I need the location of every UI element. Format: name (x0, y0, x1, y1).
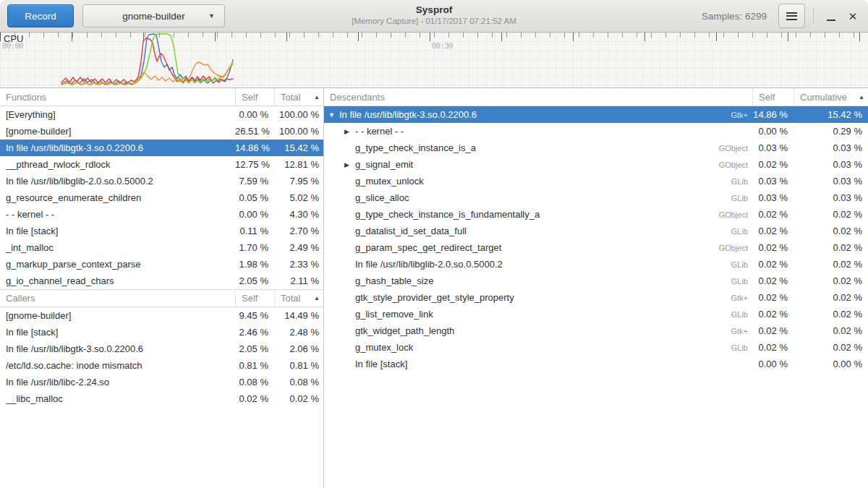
column-header-cumulative[interactable]: Cumulative ▲ (793, 88, 868, 106)
expander-collapsed-icon[interactable]: ▶ (344, 161, 355, 168)
table-row[interactable]: g_type_check_instance_is_aGObject0.03 %0… (324, 140, 868, 156)
minimize-button[interactable] (820, 5, 842, 27)
function-label: [gnome-builder] (6, 310, 71, 321)
table-row[interactable]: ▶g_signal_emitGObject0.02 %0.03 % (324, 156, 868, 173)
cell-self-percent: 0.02 % (752, 226, 793, 236)
table-row[interactable]: In file [stack]2.46 %2.48 % (0, 324, 323, 341)
library-tag: GLib (726, 277, 752, 286)
table-row[interactable]: g_io_channel_read_chars2.05 %2.11 % (0, 273, 323, 289)
cell-self-percent: 0.02 % (752, 325, 793, 336)
cell-function-name: ▶- - kernel - - (324, 126, 752, 137)
table-row[interactable]: g_mutex_unlockGLib0.03 %0.03 % (324, 173, 868, 189)
cell-self-percent: 0.81 % (235, 360, 274, 371)
left-panel: Functions Self Total ▲ [Everything]0.00 … (0, 88, 324, 488)
target-process-dropdown[interactable]: gnome-builder ▼ (82, 4, 225, 27)
library-tag: Gtk+ (725, 294, 752, 302)
sort-ascending-icon: ▲ (859, 94, 864, 100)
column-header-self[interactable]: Self (235, 290, 274, 307)
column-header-self[interactable]: Self (235, 88, 274, 106)
table-row[interactable]: /etc/ld.so.cache: inode mismatch0.81 %0.… (0, 357, 323, 374)
table-row[interactable]: g_slice_allocGLib0.03 %0.03 % (324, 189, 868, 206)
table-row[interactable]: g_resource_enumerate_children0.05 %5.02 … (0, 189, 323, 206)
function-label: g_type_check_instance_is_a (355, 142, 476, 153)
function-label: In file [stack] (355, 359, 407, 369)
table-row[interactable]: [gnome-builder]9.45 %14.49 % (0, 307, 323, 324)
functions-table-header: Functions Self Total ▲ (0, 88, 323, 106)
column-header-functions[interactable]: Functions (0, 88, 235, 106)
record-button[interactable]: Record (7, 4, 74, 27)
table-row[interactable]: gtk_style_provider_get_style_propertyGtk… (324, 289, 868, 306)
cell-function-name: g_mutex_unlockGLib (324, 176, 752, 187)
function-label: gtk_style_provider_get_style_property (355, 292, 514, 303)
sort-ascending-icon: ▲ (314, 295, 320, 301)
table-row[interactable]: g_list_remove_linkGLib0.02 %0.02 % (324, 306, 868, 322)
table-row[interactable]: gtk_widget_path_lengthGtk+0.02 %0.02 % (324, 322, 868, 339)
cell-function-name: [gnome-builder] (0, 126, 235, 137)
library-tag: GLib (726, 194, 752, 202)
cell-self-percent: 0.05 % (235, 192, 274, 203)
cell-function-name: __pthread_rwlock_rdlock (0, 159, 235, 170)
cell-function-name: In file /usr/lib/libgtk-3.so.0.2200.6 (0, 343, 235, 354)
cell-function-name: /etc/ld.so.cache: inode mismatch (0, 360, 235, 371)
library-tag: GLib (726, 177, 752, 186)
table-row[interactable]: [gnome-builder]26.51 %100.00 % (0, 123, 323, 140)
headerbar: Record gnome-builder ▼ Sysprof [Memory C… (0, 0, 868, 33)
column-header-descendants[interactable]: Descendants (324, 88, 752, 106)
cell-cumulative-percent: 0.03 % (793, 159, 868, 170)
column-header-total[interactable]: Total ▲ (274, 290, 323, 307)
table-row[interactable]: g_markup_parse_context_parse1.98 %2.33 % (0, 256, 323, 273)
function-label: g_mutex_lock (355, 342, 413, 353)
column-header-total[interactable]: Total ▲ (274, 88, 323, 106)
table-row[interactable]: [Everything]0.00 %100.00 % (0, 106, 323, 123)
table-row[interactable]: g_hash_table_sizeGLib0.02 %0.02 % (324, 273, 868, 289)
table-row[interactable]: ▼In file /usr/lib/libgtk-3.so.0.2200.6Gt… (324, 106, 868, 123)
cell-total-percent: 2.70 % (274, 226, 323, 236)
table-row[interactable]: In file /usr/lib/libglib-2.0.so.0.5000.2… (324, 256, 868, 273)
column-header-total-label: Total (281, 293, 300, 304)
cell-cumulative-percent: 0.02 % (793, 226, 868, 236)
cell-self-percent: 0.03 % (752, 176, 793, 187)
table-row[interactable]: g_datalist_id_set_data_fullGLib0.02 %0.0… (324, 223, 868, 239)
cell-cumulative-percent: 0.03 % (793, 176, 868, 187)
menu-button[interactable] (778, 4, 805, 28)
cell-total-percent: 12.81 % (274, 159, 323, 170)
cell-function-name: g_io_channel_read_chars (0, 275, 235, 286)
cpu-graph[interactable]: CPU 00:00 00:30 (0, 33, 868, 88)
library-tag: Gtk+ (725, 111, 752, 119)
cell-self-percent: 26.51 % (235, 126, 274, 137)
function-label: In file /usr/lib/libglib-2.0.so.0.5000.2 (6, 176, 153, 187)
table-row[interactable]: In file [stack]0.00 %0.00 % (324, 356, 868, 372)
table-row[interactable]: In file /usr/lib/libc-2.24.so0.08 %0.08 … (0, 374, 323, 390)
table-row[interactable]: In file /usr/lib/libgtk-3.so.0.2200.614.… (0, 140, 323, 156)
cell-cumulative-percent: 0.29 % (793, 126, 868, 137)
close-button[interactable]: ✕ (842, 5, 864, 27)
chevron-down-icon: ▼ (208, 12, 215, 20)
column-header-callers[interactable]: Callers (0, 290, 235, 307)
expander-collapsed-icon[interactable]: ▶ (344, 128, 355, 135)
table-row[interactable]: g_mutex_lockGLib0.02 %0.02 % (324, 339, 868, 356)
function-label: gtk_widget_path_length (355, 325, 454, 336)
column-header-self[interactable]: Self (752, 88, 793, 106)
function-label: g_slice_alloc (355, 192, 409, 203)
table-row[interactable]: __pthread_rwlock_rdlock12.75 %12.81 % (0, 156, 323, 173)
cell-self-percent: 0.02 % (235, 393, 274, 404)
table-row[interactable]: g_type_check_instance_is_fundamentally_a… (324, 206, 868, 223)
cell-function-name: In file /usr/lib/libc-2.24.so (0, 377, 235, 388)
library-tag: GLib (726, 227, 752, 236)
table-row[interactable]: - - kernel - -0.00 %4.30 % (0, 206, 323, 223)
table-row[interactable]: __libc_malloc0.02 %0.02 % (0, 390, 323, 407)
function-label: /etc/ld.so.cache: inode mismatch (6, 360, 142, 371)
table-row[interactable]: In file /usr/lib/libglib-2.0.so.0.5000.2… (0, 173, 323, 189)
table-row[interactable]: ▶- - kernel - -0.00 %0.29 % (324, 123, 868, 140)
table-row[interactable]: _int_malloc1.70 %2.49 % (0, 239, 323, 256)
cell-function-name: In file /usr/lib/libglib-2.0.so.0.5000.2… (324, 259, 752, 270)
table-row[interactable]: g_param_spec_get_redirect_targetGObject0… (324, 239, 868, 256)
expander-expanded-icon[interactable]: ▼ (328, 111, 339, 119)
callers-table-header: Callers Self Total ▲ (0, 289, 323, 307)
function-label: g_markup_parse_context_parse (6, 259, 140, 270)
table-row[interactable]: In file [stack]0.11 %2.70 % (0, 223, 323, 239)
profile-view: Functions Self Total ▲ [Everything]0.00 … (0, 88, 868, 488)
close-icon: ✕ (848, 11, 858, 22)
function-label: g_type_check_instance_is_fundamentally_a (355, 209, 540, 220)
table-row[interactable]: In file /usr/lib/libgtk-3.so.0.2200.62.0… (0, 341, 323, 357)
